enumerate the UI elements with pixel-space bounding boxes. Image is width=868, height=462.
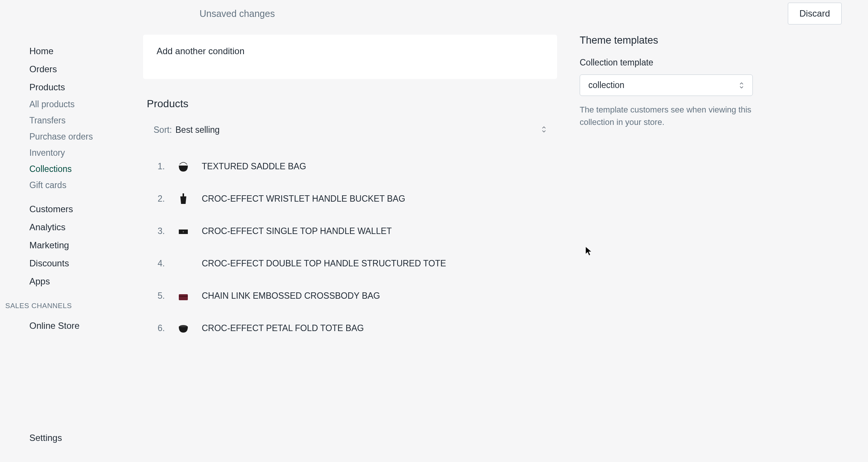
- chevron-up-down-icon: [739, 82, 744, 89]
- product-row[interactable]: 2.CROC-EFFECT WRISTLET HANDLE BUCKET BAG: [143, 182, 557, 215]
- nav-discounts[interactable]: Discounts: [0, 254, 128, 272]
- theme-help-text: The template customers see when viewing …: [580, 103, 753, 128]
- product-row[interactable]: 4.CROC-EFFECT DOUBLE TOP HANDLE STRUCTUR…: [143, 247, 557, 280]
- nav-collections[interactable]: Collections: [0, 161, 128, 177]
- product-index: 6.: [154, 323, 165, 333]
- product-row[interactable]: 6.CROC-EFFECT PETAL FOLD TOTE BAG: [143, 312, 557, 344]
- product-thumbnail: [175, 287, 192, 304]
- unsaved-changes-bar: Unsaved changes Discard: [0, 0, 868, 27]
- sort-select[interactable]: Sort: Best selling: [143, 121, 557, 150]
- product-index: 2.: [154, 194, 165, 204]
- product-name: CROC-EFFECT DOUBLE TOP HANDLE STRUCTURED…: [202, 258, 446, 269]
- nav-transfers[interactable]: Transfers: [0, 112, 128, 129]
- nav-purchase-orders[interactable]: Purchase orders: [0, 129, 128, 145]
- nav-all-products[interactable]: All products: [0, 96, 128, 112]
- nav-inventory[interactable]: Inventory: [0, 145, 128, 161]
- products-heading: Products: [143, 98, 557, 121]
- svg-point-5: [180, 325, 187, 327]
- product-thumbnail: [175, 158, 192, 175]
- product-name: CHAIN LINK EMBOSSED CROSSBODY BAG: [202, 291, 380, 301]
- nav-marketing[interactable]: Marketing: [0, 236, 128, 254]
- product-list: 1.TEXTURED SADDLE BAG2.CROC-EFFECT WRIST…: [143, 150, 557, 344]
- product-row[interactable]: 1.TEXTURED SADDLE BAG: [143, 150, 557, 182]
- discard-button[interactable]: Discard: [788, 3, 842, 24]
- sort-value: Best selling: [175, 125, 220, 135]
- product-thumbnail: [175, 319, 192, 337]
- theme-select-value: collection: [588, 80, 739, 90]
- nav-customers[interactable]: Customers: [0, 200, 128, 218]
- product-name: CROC-EFFECT WRISTLET HANDLE BUCKET BAG: [202, 194, 405, 204]
- product-thumbnail: [175, 222, 192, 240]
- nav-products[interactable]: Products: [0, 78, 128, 96]
- svg-point-2: [183, 231, 184, 233]
- product-name: TEXTURED SADDLE BAG: [202, 161, 306, 172]
- product-name: CROC-EFFECT SINGLE TOP HANDLE WALLET: [202, 226, 392, 236]
- nav-online-store[interactable]: Online Store: [0, 317, 128, 335]
- product-row[interactable]: 3.CROC-EFFECT SINGLE TOP HANDLE WALLET: [143, 215, 557, 247]
- product-index: 5.: [154, 291, 165, 301]
- product-thumbnail: [175, 190, 192, 207]
- theme-label: Collection template: [580, 58, 753, 68]
- product-index: 1.: [154, 161, 165, 172]
- add-condition-button[interactable]: Add another condition: [157, 46, 245, 56]
- nav-apps[interactable]: Apps: [0, 272, 128, 290]
- sort-label: Sort:: [154, 125, 172, 135]
- nav-sales-channels-label: SALES CHANNELS: [0, 290, 128, 317]
- theme-template-select[interactable]: collection: [580, 74, 753, 96]
- product-name: CROC-EFFECT PETAL FOLD TOTE BAG: [202, 323, 364, 333]
- sidebar-nav: Home Orders Products All products Transf…: [0, 27, 128, 462]
- product-index: 4.: [154, 258, 165, 269]
- svg-rect-3: [179, 294, 188, 300]
- product-row[interactable]: 5.CHAIN LINK EMBOSSED CROSSBODY BAG: [143, 280, 557, 312]
- nav-orders[interactable]: Orders: [0, 60, 128, 78]
- products-card: Products Sort: Best selling 1.TEXTURED S…: [143, 98, 557, 344]
- product-index: 3.: [154, 226, 165, 236]
- theme-templates-card: Theme templates Collection template coll…: [580, 35, 753, 128]
- chevron-up-down-icon: [541, 126, 547, 135]
- theme-heading: Theme templates: [580, 35, 753, 46]
- svg-rect-4: [179, 296, 188, 297]
- nav-gift-cards[interactable]: Gift cards: [0, 177, 128, 193]
- unsaved-changes-title: Unsaved changes: [199, 8, 275, 19]
- nav-settings[interactable]: Settings: [0, 429, 128, 447]
- nav-home[interactable]: Home: [0, 42, 128, 60]
- product-thumbnail: [175, 255, 192, 272]
- conditions-card: Add another condition: [143, 35, 557, 79]
- nav-analytics[interactable]: Analytics: [0, 218, 128, 236]
